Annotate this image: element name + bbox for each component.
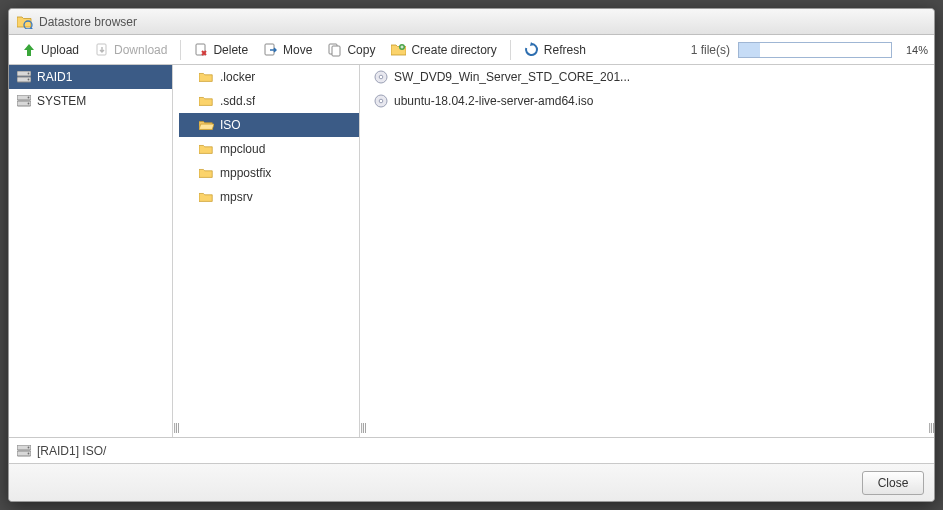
folder-name: .locker xyxy=(220,70,255,84)
folder-icon xyxy=(199,71,214,83)
copy-button[interactable]: Copy xyxy=(321,40,382,60)
upload-progress: 14% xyxy=(738,42,928,58)
folder-icon xyxy=(199,143,214,155)
file-column: SW_DVD9_Win_Server_STD_CORE_201...ubuntu… xyxy=(366,65,928,437)
refresh-button[interactable]: Refresh xyxy=(517,39,593,60)
datastore-name: RAID1 xyxy=(37,70,72,84)
create-directory-icon xyxy=(391,43,406,56)
create-directory-button[interactable]: Create directory xyxy=(384,40,503,60)
progress-fill xyxy=(739,43,760,57)
folder-icon xyxy=(199,95,214,107)
svg-rect-6 xyxy=(332,46,340,56)
datastore-browser-window: Datastore browser Upload Download xyxy=(8,8,935,502)
upload-icon xyxy=(22,43,36,57)
refresh-icon xyxy=(524,42,539,57)
close-button[interactable]: Close xyxy=(862,471,924,495)
folder-item[interactable]: mpsrv xyxy=(179,185,359,209)
titlebar: Datastore browser xyxy=(9,9,934,35)
folder-item[interactable]: .sdd.sf xyxy=(179,89,359,113)
download-label: Download xyxy=(114,43,167,57)
refresh-label: Refresh xyxy=(544,43,586,57)
download-icon xyxy=(95,43,109,57)
datastore-item[interactable]: RAID1 xyxy=(9,65,172,89)
datastore-icon xyxy=(17,71,31,83)
folder-name: mppostfix xyxy=(220,166,271,180)
statusbar: [RAID1] ISO/ xyxy=(9,437,934,463)
file-name: SW_DVD9_Win_Server_STD_CORE_201... xyxy=(394,70,630,84)
folder-name: mpcloud xyxy=(220,142,265,156)
file-item[interactable]: SW_DVD9_Win_Server_STD_CORE_201... xyxy=(366,65,928,89)
datastore-icon xyxy=(17,95,31,107)
disc-icon xyxy=(374,70,388,84)
folder-item[interactable]: ISO xyxy=(179,113,359,137)
folder-column: .locker.sdd.sfISOmpcloudmppostfixmpsrv xyxy=(179,65,360,437)
progress-bar xyxy=(738,42,892,58)
progress-percent: 14% xyxy=(898,44,928,56)
move-icon xyxy=(264,43,278,57)
delete-label: Delete xyxy=(213,43,248,57)
create-directory-label: Create directory xyxy=(411,43,496,57)
folder-name: mpsrv xyxy=(220,190,253,204)
toolbar-separator xyxy=(180,40,181,60)
delete-button[interactable]: Delete xyxy=(187,40,255,60)
copy-icon xyxy=(328,43,342,57)
toolbar-separator xyxy=(510,40,511,60)
disc-icon xyxy=(374,94,388,108)
current-path: [RAID1] ISO/ xyxy=(37,444,106,458)
svg-point-11 xyxy=(28,452,30,454)
file-name: ubuntu-18.04.2-live-server-amd64.iso xyxy=(394,94,593,108)
file-count-label: 1 file(s) xyxy=(691,43,736,57)
folder-item[interactable]: .locker xyxy=(179,65,359,89)
footer: Close xyxy=(9,463,934,501)
delete-icon xyxy=(194,43,208,57)
move-label: Move xyxy=(283,43,312,57)
upload-button[interactable]: Upload xyxy=(15,40,86,60)
datastore-icon xyxy=(17,445,31,457)
file-item[interactable]: ubuntu-18.04.2-live-server-amd64.iso xyxy=(366,89,928,113)
toolbar: Upload Download Delete xyxy=(9,35,934,65)
folder-icon xyxy=(199,119,214,131)
download-button[interactable]: Download xyxy=(88,40,174,60)
folder-icon xyxy=(199,191,214,203)
datastore-name: SYSTEM xyxy=(37,94,86,108)
column-splitter[interactable]: ||| xyxy=(928,65,934,437)
folder-icon xyxy=(199,167,214,179)
folder-item[interactable]: mpcloud xyxy=(179,137,359,161)
move-button[interactable]: Move xyxy=(257,40,319,60)
datastore-column: RAID1SYSTEM xyxy=(9,65,173,437)
copy-label: Copy xyxy=(347,43,375,57)
datastore-browser-icon xyxy=(17,15,33,29)
upload-label: Upload xyxy=(41,43,79,57)
datastore-item[interactable]: SYSTEM xyxy=(9,89,172,113)
folder-item[interactable]: mppostfix xyxy=(179,161,359,185)
folder-name: ISO xyxy=(220,118,241,132)
folder-name: .sdd.sf xyxy=(220,94,255,108)
browser-body: RAID1SYSTEM ||| .locker.sdd.sfISOmpcloud… xyxy=(9,65,934,437)
window-title: Datastore browser xyxy=(39,15,137,29)
svg-point-10 xyxy=(28,446,30,448)
